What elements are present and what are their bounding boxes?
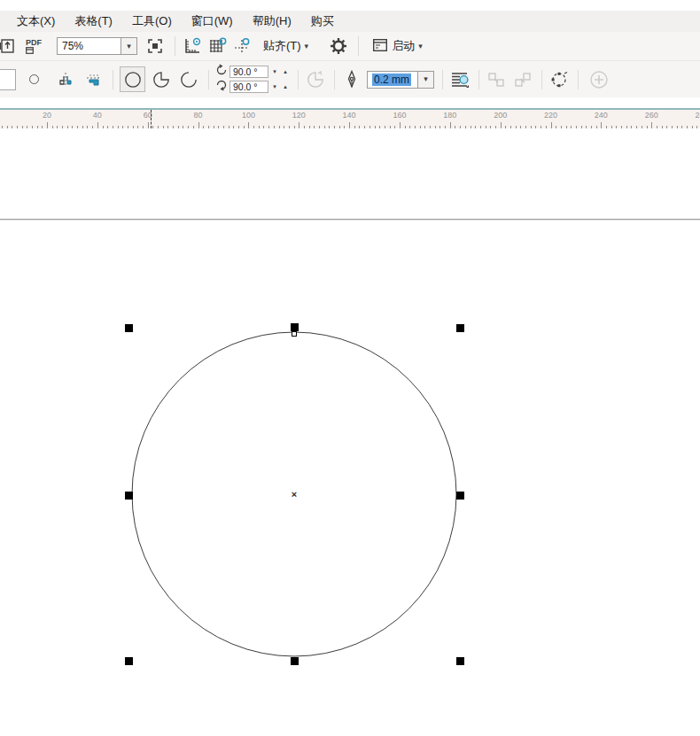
separator xyxy=(298,70,299,89)
titlebar-strip xyxy=(0,0,700,11)
cropped-size-field[interactable] xyxy=(0,69,16,90)
mirror-vertical-button[interactable] xyxy=(83,68,105,91)
show-rulers-button[interactable] xyxy=(182,35,203,58)
end-angle-field[interactable]: 90.0 ° xyxy=(229,81,268,93)
launch-dropdown[interactable]: 启动 ▾ xyxy=(369,38,426,55)
ellipse-tool-icon xyxy=(123,70,143,89)
zoom-level-value[interactable]: 75% xyxy=(57,37,121,55)
separator xyxy=(442,70,443,89)
standard-toolbar: PDF 75% ▾ xyxy=(0,32,700,60)
chevron-down-icon: ▾ xyxy=(424,75,428,83)
selection-handle-top-right[interactable] xyxy=(456,324,464,332)
end-angle-up-button[interactable]: ▴ xyxy=(281,81,290,93)
ellipse-mode-button[interactable] xyxy=(120,66,145,92)
outline-width-value[interactable]: 0.2 mm xyxy=(367,71,418,89)
arc-tool-icon xyxy=(179,70,198,89)
selection-handle-middle-right[interactable] xyxy=(456,492,464,500)
menu-bar: 文本(X)表格(T)工具(O)窗口(W)帮助(H)购买 xyxy=(0,11,700,32)
outline-pen-icon xyxy=(346,70,358,89)
separator xyxy=(541,70,542,89)
property-bar: 90.0 ° ▾ ▴ 90.0 ° ▾ ▴ xyxy=(0,60,700,97)
page-top-edge xyxy=(0,219,700,220)
selection-handle-middle-left[interactable] xyxy=(125,492,133,500)
menu-item[interactable]: 工具(O) xyxy=(122,13,182,29)
selection-handle-top-center[interactable] xyxy=(291,323,299,331)
separator xyxy=(113,70,113,89)
mirror-vertical-icon xyxy=(85,72,103,88)
snap-to-label: 贴齐(T) xyxy=(263,38,301,54)
ruler-toggle-icon xyxy=(183,37,202,55)
change-direction-icon xyxy=(306,70,325,89)
full-screen-preview-button[interactable] xyxy=(144,35,166,58)
menu-item[interactable]: 表格(T) xyxy=(65,13,122,29)
wrap-front-button xyxy=(486,68,507,91)
change-direction-button xyxy=(305,68,326,91)
snap-to-dropdown[interactable]: 贴齐(T) ▾ xyxy=(260,38,312,54)
outline-pen-button[interactable] xyxy=(341,68,362,91)
end-angle-down-button[interactable]: ▾ xyxy=(270,81,279,93)
selection-handle-bottom-left[interactable] xyxy=(125,657,133,665)
wrap-back-icon xyxy=(513,71,533,89)
import-icon xyxy=(0,37,16,55)
outline-width-dropdown-arrow[interactable]: ▾ xyxy=(418,71,434,89)
grid-toggle-icon xyxy=(207,37,227,55)
selection-handle-bottom-right[interactable] xyxy=(456,657,464,665)
outline-width-selected-text: 0.2 mm xyxy=(372,74,411,86)
selection-handle-bottom-center[interactable] xyxy=(291,657,299,665)
horizontal-ruler[interactable]: 20406080100120140160180200220240260280 xyxy=(0,108,700,128)
object-center-mark: × xyxy=(292,489,297,500)
arc-mode-button[interactable] xyxy=(176,67,200,91)
zoom-level-combobox[interactable]: 75% ▾ xyxy=(57,37,137,55)
start-angle-down-button[interactable]: ▾ xyxy=(270,66,279,78)
text-wrap-button[interactable] xyxy=(449,68,471,91)
convert-to-curve-button[interactable] xyxy=(548,68,570,91)
show-grid-button[interactable] xyxy=(206,35,228,58)
gear-icon xyxy=(330,37,347,55)
add-plus-icon xyxy=(588,69,610,90)
rotate-ccw-icon xyxy=(215,64,228,80)
import-button[interactable] xyxy=(0,35,18,58)
text-wrap-icon xyxy=(449,70,471,89)
separator xyxy=(175,36,175,56)
rotate-cw-icon xyxy=(215,79,228,95)
convert-to-curve-icon xyxy=(548,70,570,89)
show-guidelines-button[interactable] xyxy=(231,35,253,58)
app-window: 文本(X)表格(T)工具(O)窗口(W)帮助(H)购买 PDF 75% ▾ xyxy=(0,0,700,736)
add-properties-button xyxy=(588,68,610,91)
pdf-icon: PDF xyxy=(26,39,42,54)
separator xyxy=(358,36,359,56)
wrap-back-button xyxy=(512,68,533,91)
outline-width-combobox[interactable]: 0.2 mm ▾ xyxy=(367,71,434,89)
separator xyxy=(208,70,209,89)
menu-item[interactable]: 购买 xyxy=(301,13,344,29)
zoom-dropdown-arrow[interactable]: ▾ xyxy=(121,37,137,55)
chevron-down-icon: ▾ xyxy=(127,43,131,50)
pie-tool-icon xyxy=(152,70,171,89)
ruler-cursor-indicator xyxy=(151,110,152,128)
proportional-lock-icon[interactable] xyxy=(23,68,44,91)
chevron-down-icon: ▾ xyxy=(305,43,309,50)
publish-pdf-button[interactable]: PDF xyxy=(23,35,44,58)
launch-label: 启动 xyxy=(392,38,415,54)
separator xyxy=(334,70,335,89)
guidelines-toggle-icon xyxy=(232,37,252,55)
mirror-horizontal-button[interactable] xyxy=(55,68,76,91)
angle-spinners: 90.0 ° ▾ ▴ 90.0 ° ▾ ▴ xyxy=(215,65,290,94)
separator xyxy=(578,70,579,89)
menu-item[interactable]: 窗口(W) xyxy=(182,13,243,29)
ellipse-top-node[interactable] xyxy=(292,331,297,337)
separator xyxy=(478,70,479,89)
menu-item[interactable]: 文本(X) xyxy=(7,13,65,29)
launch-window-icon xyxy=(372,38,388,55)
start-angle-field[interactable]: 90.0 ° xyxy=(229,66,268,78)
options-button[interactable] xyxy=(328,35,349,58)
pie-mode-button[interactable] xyxy=(149,67,173,91)
start-angle-up-button[interactable]: ▴ xyxy=(281,66,290,78)
selection-handle-top-left[interactable] xyxy=(125,324,133,332)
menu-item[interactable]: 帮助(H) xyxy=(243,13,301,29)
chevron-down-icon: ▾ xyxy=(418,43,423,50)
fullscreen-icon xyxy=(146,37,164,55)
mirror-horizontal-icon xyxy=(57,72,74,88)
wrap-front-icon xyxy=(486,71,506,89)
